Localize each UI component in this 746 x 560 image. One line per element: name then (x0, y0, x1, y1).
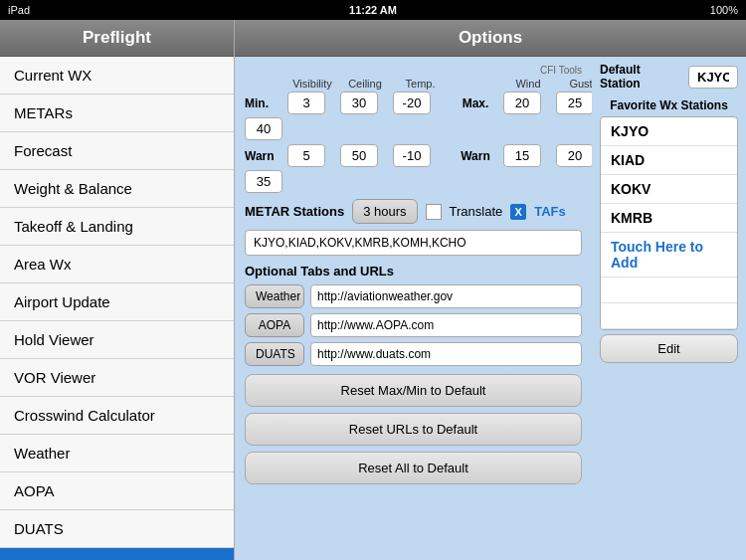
warn-label: Warn (245, 149, 284, 163)
status-bar: iPad 11:22 AM 100% (0, 0, 746, 20)
edit-btn[interactable]: Edit (600, 334, 738, 363)
warn2-label: Warn (451, 149, 500, 163)
hours-button[interactable]: 3 hours (352, 199, 417, 224)
fav-empty-1 (601, 278, 737, 303)
url-row-duats: DUATS (245, 342, 582, 366)
fav-empty-2 (601, 303, 737, 329)
translate-checkbox[interactable] (426, 204, 442, 220)
options-left: CFI Tools Visibility Ceiling Temp. Wind … (235, 57, 592, 560)
main-header: Options (235, 20, 746, 57)
fav-item-kokv[interactable]: KOKV (601, 175, 737, 204)
sidebar-items: Current WXMETARsForecastWeight & Balance… (0, 57, 234, 560)
sidebar-item-duats[interactable]: DUATS (0, 510, 234, 548)
warn-temp[interactable] (393, 144, 431, 167)
reset-minmax-btn[interactable]: Reset Max/Min to Default (245, 374, 582, 407)
metar-label: METAR Stations (245, 204, 344, 219)
status-left: iPad (8, 4, 30, 16)
sidebar-item-area-wx[interactable]: Area Wx (0, 246, 234, 283)
default-station-label: Default Station (600, 63, 682, 91)
max-label: Max. (451, 96, 500, 110)
fav-item-kiad[interactable]: KIAD (601, 146, 737, 175)
sidebar-item-weather[interactable]: Weather (0, 435, 234, 472)
main-panel: Options CFI Tools Visibility Ceiling Tem… (235, 20, 746, 560)
sidebar-item-vor-viewer[interactable]: VOR Viewer (0, 359, 234, 397)
header-gust: Gust (556, 78, 592, 90)
fav-item-kjyo[interactable]: KJYO (601, 117, 737, 146)
header-ceiling: Ceiling (340, 78, 390, 90)
translate-label: Translate (450, 204, 503, 219)
status-right: 100% (710, 4, 738, 16)
stations-input[interactable] (245, 230, 582, 256)
tafs-checkbox[interactable]: X (510, 204, 526, 220)
aopa-url-input[interactable] (310, 313, 582, 337)
weather-url-input[interactable] (310, 284, 582, 308)
duats-url-input[interactable] (310, 342, 582, 366)
reset-all-btn[interactable]: Reset All to Default (245, 452, 582, 484)
warn-temp2[interactable] (245, 170, 282, 193)
fav-list: KJYO KIAD KOKV KMRB Touch Here to Add (600, 116, 738, 330)
tafs-label: TAFs (534, 204, 566, 219)
optional-tabs-label: Optional Tabs and URLs (245, 264, 582, 279)
max-temp[interactable] (245, 117, 282, 140)
min-ceiling[interactable] (340, 92, 378, 114)
min-temp[interactable] (393, 92, 431, 114)
cfi-tools-label: CFI Tools (245, 65, 582, 76)
metar-row: METAR Stations 3 hours Translate X TAFs (245, 199, 582, 224)
duats-tab-btn[interactable]: DUATS (245, 342, 304, 366)
sidebar-item-hold-viewer[interactable]: Hold Viewer (0, 321, 234, 359)
column-headers: Visibility Ceiling Temp. Wind Gust X-Win… (245, 78, 582, 90)
sidebar-item-weight---balance[interactable]: Weight & Balance (0, 170, 234, 208)
default-station-row: Default Station (600, 63, 738, 91)
sidebar-item-takeoff---landing[interactable]: Takeoff & Landing (0, 208, 234, 246)
min-row: Min. Max. (245, 92, 582, 140)
sidebar-item-forecast[interactable]: Forecast (0, 132, 234, 170)
header-temp1: Temp. (393, 78, 448, 90)
status-time: 11:22 AM (349, 4, 397, 16)
min-label: Min. (245, 96, 284, 110)
min-visibility[interactable] (287, 92, 325, 114)
sidebar-item-airport-update[interactable]: Airport Update (0, 283, 234, 321)
header-wind: Wind (503, 78, 553, 90)
default-station-input[interactable] (688, 66, 738, 89)
fav-label: Favorite Wx Stations (600, 98, 738, 112)
warn-wind[interactable] (503, 144, 541, 167)
aopa-tab-btn[interactable]: AOPA (245, 313, 304, 337)
url-row-weather: Weather (245, 284, 582, 308)
fav-item-kmrb[interactable]: KMRB (601, 204, 737, 233)
weather-tab-btn[interactable]: Weather (245, 284, 304, 308)
sidebar-item-crosswind-calculator[interactable]: Crosswind Calculator (0, 397, 234, 435)
options-right: Default Station Favorite Wx Stations KJY… (592, 57, 746, 560)
sidebar-item-current-wx[interactable]: Current WX (0, 57, 234, 94)
app: Preflight Current WXMETARsForecastWeight… (0, 20, 746, 560)
touch-add-item[interactable]: Touch Here to Add (601, 233, 737, 278)
url-row-aopa: AOPA (245, 313, 582, 337)
sidebar: Preflight Current WXMETARsForecastWeight… (0, 20, 235, 560)
header-visibility: Visibility (287, 78, 337, 90)
content: CFI Tools Visibility Ceiling Temp. Wind … (235, 57, 746, 560)
sidebar-item-options[interactable]: Options (0, 548, 234, 560)
sidebar-item-metars[interactable]: METARs (0, 94, 234, 132)
reset-buttons: Reset Max/Min to Default Reset URLs to D… (245, 374, 582, 484)
sidebar-item-aopa[interactable]: AOPA (0, 472, 234, 510)
reset-urls-btn[interactable]: Reset URLs to Default (245, 413, 582, 446)
warn-visibility[interactable] (287, 144, 325, 167)
sidebar-header: Preflight (0, 20, 234, 57)
warn-row: Warn Warn (245, 144, 582, 193)
max-wind[interactable] (503, 92, 541, 114)
warn-ceiling[interactable] (340, 144, 378, 167)
warn-gust[interactable] (556, 144, 592, 167)
max-gust[interactable] (556, 92, 592, 114)
